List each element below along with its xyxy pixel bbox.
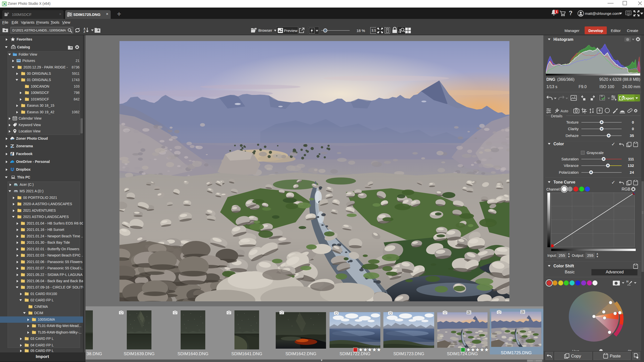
svg-text:A: A — [84, 27, 86, 30]
svg-text:H: H — [626, 280, 628, 283]
svg-text:Auto: Auto — [560, 109, 568, 113]
svg-text:1: 1 — [556, 10, 557, 14]
svg-text:2: 2 — [628, 12, 629, 14]
svg-text:Z: Z — [84, 30, 85, 33]
